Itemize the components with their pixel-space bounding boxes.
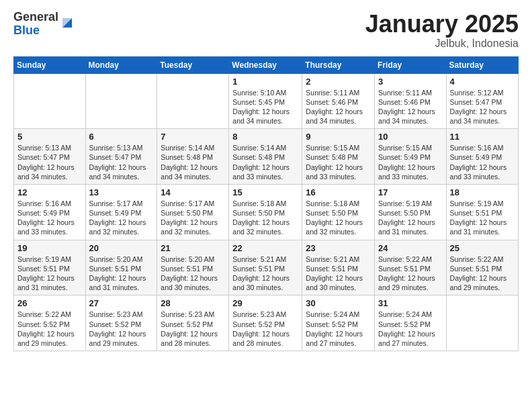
cell-4-4: 30Sunrise: 5:24 AMSunset: 5:52 PMDayligh… — [302, 295, 375, 351]
day-number-20: 20 — [89, 243, 154, 253]
week-row-2: 12Sunrise: 5:16 AMSunset: 5:49 PMDayligh… — [14, 184, 519, 240]
day-info-24: Sunrise: 5:22 AMSunset: 5:51 PMDaylight:… — [378, 255, 443, 293]
day-info-11: Sunrise: 5:16 AMSunset: 5:49 PMDaylight:… — [450, 143, 515, 181]
header-monday: Monday — [85, 56, 157, 73]
week-row-4: 26Sunrise: 5:22 AMSunset: 5:52 PMDayligh… — [14, 295, 519, 351]
day-number-23: 23 — [306, 243, 371, 253]
logo-icon — [60, 15, 75, 30]
day-info-27: Sunrise: 5:23 AMSunset: 5:52 PMDaylight:… — [89, 310, 154, 348]
header-friday: Friday — [375, 56, 447, 73]
week-row-0: 1Sunrise: 5:10 AMSunset: 5:45 PMDaylight… — [14, 73, 519, 129]
day-info-6: Sunrise: 5:13 AMSunset: 5:47 PMDaylight:… — [89, 143, 154, 181]
day-number-24: 24 — [378, 243, 443, 253]
day-number-17: 17 — [378, 187, 443, 197]
cell-2-3: 15Sunrise: 5:18 AMSunset: 5:50 PMDayligh… — [229, 184, 302, 240]
day-number-2: 2 — [306, 77, 371, 87]
cell-2-0: 12Sunrise: 5:16 AMSunset: 5:49 PMDayligh… — [14, 184, 86, 240]
day-info-14: Sunrise: 5:17 AMSunset: 5:50 PMDaylight:… — [161, 199, 225, 237]
day-number-13: 13 — [89, 187, 154, 197]
header-tuesday: Tuesday — [157, 56, 229, 73]
cell-0-2 — [157, 73, 229, 129]
title-block: January 2025 Jelbuk, Indonesia — [365, 11, 519, 50]
header: General Blue January 2025 Jelbuk, Indone… — [13, 11, 519, 50]
cell-0-5: 3Sunrise: 5:11 AMSunset: 5:46 PMDaylight… — [375, 73, 447, 129]
month-title: January 2025 — [365, 11, 519, 38]
day-info-1: Sunrise: 5:10 AMSunset: 5:45 PMDaylight:… — [232, 88, 298, 126]
day-info-5: Sunrise: 5:13 AMSunset: 5:47 PMDaylight:… — [17, 143, 82, 181]
day-info-23: Sunrise: 5:21 AMSunset: 5:51 PMDaylight:… — [306, 255, 371, 293]
day-info-4: Sunrise: 5:12 AMSunset: 5:47 PMDaylight:… — [450, 88, 515, 126]
logo: General Blue — [13, 11, 75, 38]
weekday-header-row: Sunday Monday Tuesday Wednesday Thursday… — [14, 56, 519, 73]
day-info-26: Sunrise: 5:22 AMSunset: 5:52 PMDaylight:… — [17, 310, 82, 348]
day-info-22: Sunrise: 5:21 AMSunset: 5:51 PMDaylight:… — [232, 255, 298, 293]
day-number-12: 12 — [17, 187, 82, 197]
cell-1-5: 10Sunrise: 5:15 AMSunset: 5:49 PMDayligh… — [375, 129, 447, 185]
calendar-page: General Blue January 2025 Jelbuk, Indone… — [0, 0, 532, 411]
day-number-11: 11 — [450, 132, 515, 142]
day-info-31: Sunrise: 5:24 AMSunset: 5:52 PMDaylight:… — [378, 310, 443, 348]
cell-3-1: 20Sunrise: 5:20 AMSunset: 5:51 PMDayligh… — [85, 240, 157, 295]
cell-4-0: 26Sunrise: 5:22 AMSunset: 5:52 PMDayligh… — [14, 295, 86, 351]
day-info-20: Sunrise: 5:20 AMSunset: 5:51 PMDaylight:… — [89, 255, 154, 293]
cell-1-1: 6Sunrise: 5:13 AMSunset: 5:47 PMDaylight… — [85, 129, 157, 185]
day-info-16: Sunrise: 5:18 AMSunset: 5:50 PMDaylight:… — [306, 199, 371, 237]
cell-0-0 — [14, 73, 86, 129]
header-wednesday: Wednesday — [229, 56, 302, 73]
week-row-3: 19Sunrise: 5:19 AMSunset: 5:51 PMDayligh… — [14, 240, 519, 295]
cell-0-4: 2Sunrise: 5:11 AMSunset: 5:46 PMDaylight… — [302, 73, 375, 129]
cell-3-4: 23Sunrise: 5:21 AMSunset: 5:51 PMDayligh… — [302, 240, 375, 295]
day-info-30: Sunrise: 5:24 AMSunset: 5:52 PMDaylight:… — [306, 310, 371, 348]
cell-3-6: 25Sunrise: 5:22 AMSunset: 5:51 PMDayligh… — [446, 240, 518, 295]
cell-1-2: 7Sunrise: 5:14 AMSunset: 5:48 PMDaylight… — [157, 129, 229, 185]
day-info-19: Sunrise: 5:19 AMSunset: 5:51 PMDaylight:… — [17, 255, 82, 293]
day-number-22: 22 — [232, 243, 298, 253]
cell-3-3: 22Sunrise: 5:21 AMSunset: 5:51 PMDayligh… — [229, 240, 302, 295]
day-number-1: 1 — [232, 77, 298, 87]
cell-2-2: 14Sunrise: 5:17 AMSunset: 5:50 PMDayligh… — [157, 184, 229, 240]
day-info-2: Sunrise: 5:11 AMSunset: 5:46 PMDaylight:… — [306, 88, 371, 126]
day-info-3: Sunrise: 5:11 AMSunset: 5:46 PMDaylight:… — [378, 88, 443, 126]
header-sunday: Sunday — [14, 56, 86, 73]
cell-4-3: 29Sunrise: 5:23 AMSunset: 5:52 PMDayligh… — [229, 295, 302, 351]
day-info-21: Sunrise: 5:20 AMSunset: 5:51 PMDaylight:… — [161, 255, 225, 293]
cell-4-5: 31Sunrise: 5:24 AMSunset: 5:52 PMDayligh… — [375, 295, 447, 351]
day-info-8: Sunrise: 5:14 AMSunset: 5:48 PMDaylight:… — [232, 143, 298, 181]
day-info-12: Sunrise: 5:16 AMSunset: 5:49 PMDaylight:… — [17, 199, 82, 237]
day-info-10: Sunrise: 5:15 AMSunset: 5:49 PMDaylight:… — [378, 143, 443, 181]
logo-general: General — [13, 11, 58, 24]
cell-1-6: 11Sunrise: 5:16 AMSunset: 5:49 PMDayligh… — [446, 129, 518, 185]
cell-0-3: 1Sunrise: 5:10 AMSunset: 5:45 PMDaylight… — [229, 73, 302, 129]
day-info-18: Sunrise: 5:19 AMSunset: 5:51 PMDaylight:… — [450, 199, 515, 237]
day-number-5: 5 — [17, 132, 82, 142]
day-number-18: 18 — [450, 187, 515, 197]
day-number-3: 3 — [378, 77, 443, 87]
day-number-30: 30 — [306, 298, 371, 308]
week-row-1: 5Sunrise: 5:13 AMSunset: 5:47 PMDaylight… — [14, 129, 519, 185]
cell-3-2: 21Sunrise: 5:20 AMSunset: 5:51 PMDayligh… — [157, 240, 229, 295]
day-number-4: 4 — [450, 77, 515, 87]
cell-4-1: 27Sunrise: 5:23 AMSunset: 5:52 PMDayligh… — [85, 295, 157, 351]
day-number-14: 14 — [161, 187, 225, 197]
cell-0-1 — [85, 73, 157, 129]
day-number-28: 28 — [161, 298, 225, 308]
day-number-6: 6 — [89, 132, 154, 142]
day-number-8: 8 — [232, 132, 298, 142]
day-number-29: 29 — [232, 298, 298, 308]
day-info-7: Sunrise: 5:14 AMSunset: 5:48 PMDaylight:… — [161, 143, 225, 181]
day-info-9: Sunrise: 5:15 AMSunset: 5:48 PMDaylight:… — [306, 143, 371, 181]
logo-blue: Blue — [13, 24, 58, 38]
cell-4-6 — [446, 295, 518, 351]
day-info-25: Sunrise: 5:22 AMSunset: 5:51 PMDaylight:… — [450, 255, 515, 293]
day-number-25: 25 — [450, 243, 515, 253]
day-info-15: Sunrise: 5:18 AMSunset: 5:50 PMDaylight:… — [232, 199, 298, 237]
day-info-13: Sunrise: 5:17 AMSunset: 5:49 PMDaylight:… — [89, 199, 154, 237]
cell-1-4: 9Sunrise: 5:15 AMSunset: 5:48 PMDaylight… — [302, 129, 375, 185]
day-number-15: 15 — [232, 187, 298, 197]
day-number-19: 19 — [17, 243, 82, 253]
day-number-27: 27 — [89, 298, 154, 308]
day-number-21: 21 — [161, 243, 225, 253]
cell-1-0: 5Sunrise: 5:13 AMSunset: 5:47 PMDaylight… — [14, 129, 86, 185]
cell-2-1: 13Sunrise: 5:17 AMSunset: 5:49 PMDayligh… — [85, 184, 157, 240]
day-number-10: 10 — [378, 132, 443, 142]
